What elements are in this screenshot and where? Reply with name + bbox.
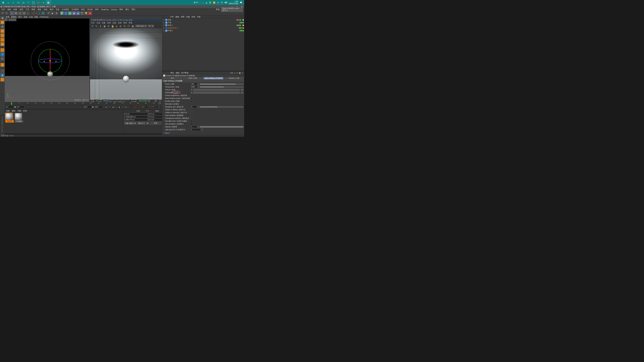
oc-focus-icon[interactable]: ⓕ [127,24,130,28]
attr-fwd-icon[interactable]: ▶ [232,72,233,74]
attr-new-icon[interactable]: ⊕ [236,72,238,74]
spinner[interactable] [198,86,199,88]
goto-start-button[interactable]: ⏮ [105,106,108,108]
attr-tab[interactable]: Light settings | 灯光设置 [203,77,224,80]
search-icon[interactable]: ⌕ [6,0,11,5]
prop-checkbox[interactable]: ✓ [191,94,193,96]
prop-slider[interactable] [200,83,244,85]
tray-chevron-icon[interactable]: ⌄ [202,1,204,4]
tex-arrow[interactable]: ▸ [191,89,192,91]
attr-tab[interactable]: Main | 主要 [183,77,203,80]
mat-menu-item[interactable]: 纹理 [23,110,27,112]
key-all-button[interactable]: ≡ [158,106,161,108]
attr-menu-item[interactable]: 用户数据 [181,72,188,74]
material-slot[interactable]: Oct镜面 [15,113,23,133]
range-start-input[interactable] [5,106,14,108]
oc-kernel-select[interactable]: PT [148,25,154,27]
menu-item[interactable]: 网格 [32,8,35,11]
menu-item[interactable]: 文件 [1,8,5,11]
obj-menu-item[interactable]: 文件 [170,16,174,18]
tray-keyboard-icon[interactable]: ⌨ [224,1,227,4]
menu-item[interactable]: 编辑 [8,8,11,11]
step-fwd-button[interactable]: ▶ [118,106,121,108]
attr-up-icon[interactable]: ▲ [234,72,236,74]
prop-value-input[interactable] [191,126,197,128]
octane-menu-item[interactable]: 对象 [102,22,106,24]
obj-menu-item[interactable]: 书签 [197,16,200,18]
perspective-viewport[interactable]: 透视视图 y x [5,18,90,102]
spinner[interactable] [201,129,203,131]
add-cube[interactable]: ◧ [60,11,64,15]
coord-pos-input[interactable] [126,116,148,118]
menu-item[interactable]: 选择 [20,8,23,11]
prop-value-input[interactable] [191,86,197,88]
attr-tab[interactable]: Visibility | 可视 [224,77,244,80]
coord-pos-input[interactable] [126,113,148,115]
render-settings[interactable]: ⚙ [55,11,58,15]
menu-item[interactable]: 动画 [44,8,47,11]
octane-menu-item[interactable]: 界面 [129,22,132,24]
obj-menu-item[interactable]: 标签 [192,16,195,18]
edge-mode[interactable]: ⎯ [0,38,4,42]
attr-lock-icon[interactable]: 🔒 [239,72,241,74]
lastused-tool[interactable]: ⬚ [26,11,30,15]
vp-menu-item[interactable]: 摄像机 [11,16,16,18]
menu-item[interactable]: 窗口 [126,8,129,11]
prop-value-input[interactable] [191,106,197,108]
spinner[interactable] [148,119,148,121]
vp-menu-item[interactable]: 过滤 [29,16,33,18]
prop-checkbox[interactable]: ✓ [191,112,193,114]
tex-browse-button[interactable]: … [240,89,244,91]
menu-item[interactable]: 渲染 [56,8,59,11]
add-light[interactable]: 💡 [84,11,88,15]
taskview-icon[interactable]: ▭ [16,0,21,5]
record-button[interactable]: ● [130,106,133,108]
cortana-icon[interactable]: ○ [11,0,16,5]
obj-menu-item[interactable]: 查看 [181,16,184,18]
axis-z[interactable]: Z [38,11,41,15]
menu-item[interactable]: 捕捉 [38,8,41,11]
octane-menu-item[interactable]: 比较 [112,22,116,24]
menu-item[interactable]: 运动跟踪 [62,8,69,11]
timeline[interactable]: 0 F 051015202530354045505560657075808590 [5,102,162,105]
octane-menu-item[interactable]: 文件 [91,22,95,24]
locked-workplane[interactable]: ⬗ [0,63,4,67]
autokey-button[interactable]: ◉ [133,106,136,108]
oc-add-icon[interactable]: ⊕ [119,24,122,28]
object-row[interactable]: ⊟球体.1 [162,24,244,27]
add-deformer[interactable]: ◆ [72,11,76,15]
octane-viewport[interactable]: 木客教育免费汉化 Studio 2020.1.5-R4 (4 days left… [90,18,162,102]
viewport-solo[interactable]: 👁 [0,52,4,56]
oc-settings-icon[interactable]: ✲ [107,24,110,28]
texture-mode[interactable]: ▨ [0,25,4,29]
material-slot[interactable]: Oct光泽 [5,113,14,133]
octane-menu-item[interactable]: 材质 [107,22,111,24]
tray-cloud-icon[interactable]: ☁ [206,1,207,4]
axis-x[interactable]: X [32,11,34,15]
octane-menu-item[interactable]: 帮助 [123,22,127,24]
poly-mode[interactable]: ▬ [0,42,4,46]
tweak-mode[interactable]: ⊙ [0,78,4,82]
move-tool[interactable]: ✥ [14,11,18,15]
prop-value-input[interactable] [191,83,197,85]
oc-lock-icon[interactable]: 🔒 [111,24,114,28]
step-back-button[interactable]: ◀ [111,106,114,108]
key-scale-button[interactable]: ▫ [145,106,148,108]
undo-button[interactable]: ↶ [1,11,4,15]
add-spline[interactable]: ⌇ [64,11,68,15]
range-end-input[interactable] [84,106,92,108]
ime-indicator[interactable]: 拼 中 ᵕ ᵕ [194,1,200,4]
mat-menu-item[interactable]: 功能 [18,110,21,112]
oc-hdr-select[interactable]: HDR 色调 [135,25,147,27]
help-link[interactable]: ↗ HELP [162,132,244,134]
spinner[interactable] [198,83,199,85]
tray-battery-icon[interactable]: 🔋 [209,1,211,4]
attr-tab[interactable]: 基本 [162,77,183,80]
attr-menu-item[interactable]: 模式 [170,72,174,74]
menu-item[interactable]: 流水线 [87,8,93,11]
attr-mode-icon[interactable]: ⊡ [242,72,243,74]
coord-system[interactable]: 🌐 [41,11,45,15]
oc-sphere-icon[interactable]: ● [115,24,118,28]
mat-menu-item[interactable]: 创建 [6,110,10,112]
key-pla-button[interactable]: ⋮ [155,106,158,108]
